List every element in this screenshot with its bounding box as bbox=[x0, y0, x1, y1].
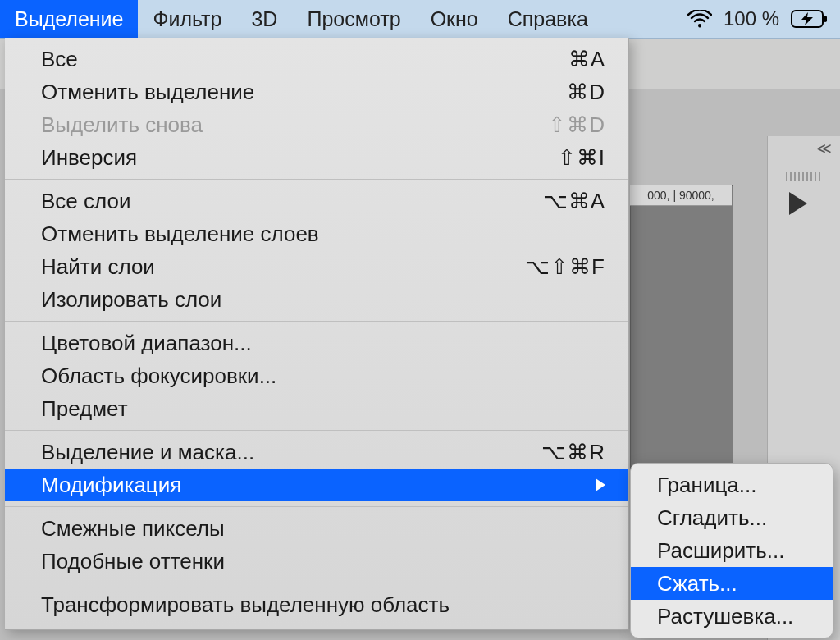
menu-view[interactable]: Просмотр bbox=[292, 0, 415, 38]
menu-item-shortcut: ⌘A bbox=[568, 47, 605, 72]
menu-item-shortcut: ⇧⌘I bbox=[558, 145, 605, 171]
menu-item-label: Инверсия bbox=[41, 145, 558, 171]
collapse-panels-icon[interactable]: ≪ bbox=[816, 139, 832, 158]
submenu-item-label: Граница... bbox=[657, 473, 756, 498]
submenu-item-label: Сгладить... bbox=[657, 505, 767, 531]
menu-item-label: Все bbox=[41, 47, 568, 72]
menu-item-label: Отменить выделение bbox=[41, 80, 567, 105]
menu-item: Выделить снова⇧⌘D bbox=[5, 108, 628, 141]
menu-item[interactable]: Модификация bbox=[5, 469, 628, 501]
menu-separator bbox=[5, 321, 628, 322]
menu-label: Справка bbox=[508, 7, 588, 31]
menu-3d[interactable]: 3D bbox=[236, 0, 292, 38]
menu-item[interactable]: Инверсия⇧⌘I bbox=[5, 141, 628, 174]
menu-item[interactable]: Найти слои⌥⇧⌘F bbox=[5, 250, 628, 283]
menu-item[interactable]: Отменить выделение слоев bbox=[5, 217, 628, 250]
menu-item-shortcut: ⌥⇧⌘F bbox=[525, 254, 605, 280]
submenu-item-label: Сжать... bbox=[657, 571, 737, 597]
menu-window[interactable]: Окно bbox=[416, 0, 493, 38]
submenu-arrow-icon bbox=[596, 478, 605, 491]
menu-item-label: Область фокусировки... bbox=[41, 363, 605, 389]
ruler-text: 000, | 90000, bbox=[647, 189, 714, 202]
submenu-item[interactable]: Расширить... bbox=[631, 534, 833, 567]
menu-item-label: Цветовой диапазон... bbox=[41, 331, 605, 356]
menubar: Выделение Фильтр 3D Просмотр Окно Справк… bbox=[0, 0, 840, 39]
menu-separator bbox=[5, 583, 628, 583]
status-area: 100 % bbox=[687, 0, 840, 38]
menu-item[interactable]: Отменить выделение⌘D bbox=[5, 75, 628, 108]
submenu-item[interactable]: Сжать... bbox=[631, 567, 833, 600]
menu-item[interactable]: Выделение и маска...⌥⌘R bbox=[5, 436, 628, 469]
menu-item[interactable]: Предмет bbox=[5, 392, 628, 425]
menu-item-label: Выделение и маска... bbox=[41, 440, 541, 465]
canvas-area[interactable] bbox=[630, 185, 733, 509]
menu-item-label: Все слои bbox=[41, 189, 543, 214]
svg-marker-3 bbox=[801, 12, 813, 25]
menu-item-shortcut: ⌥⌘A bbox=[543, 189, 605, 214]
submenu-item[interactable]: Граница... bbox=[631, 469, 833, 501]
panel-grip-icon[interactable] bbox=[786, 172, 822, 181]
submenu-item[interactable]: Сгладить... bbox=[631, 501, 833, 534]
menu-item[interactable]: Область фокусировки... bbox=[5, 359, 628, 392]
svg-rect-2 bbox=[824, 16, 827, 22]
battery-percent-text: 100 % bbox=[724, 7, 779, 30]
menu-item-label: Трансформировать выделенную область bbox=[41, 592, 605, 618]
menu-label: Окно bbox=[431, 7, 478, 31]
menu-separator bbox=[5, 179, 628, 180]
selection-menu-dropdown: Все⌘AОтменить выделение⌘DВыделить снова⇧… bbox=[5, 38, 629, 630]
menu-separator bbox=[5, 506, 628, 507]
menu-item-label: Подобные оттенки bbox=[41, 549, 605, 574]
menu-item-shortcut: ⇧⌘D bbox=[548, 112, 605, 138]
menu-item-label: Выделить снова bbox=[41, 112, 548, 138]
submenu-item-label: Растушевка... bbox=[657, 604, 793, 629]
battery-charging-icon[interactable] bbox=[791, 9, 829, 29]
menu-item-label: Предмет bbox=[41, 396, 605, 422]
wifi-icon[interactable] bbox=[687, 10, 712, 28]
menu-label: Просмотр bbox=[307, 7, 400, 31]
ruler: 000, | 90000, bbox=[630, 185, 732, 206]
menu-label: Фильтр bbox=[153, 7, 221, 31]
menu-item-shortcut: ⌥⌘R bbox=[541, 440, 605, 465]
menu-item[interactable]: Все⌘A bbox=[5, 43, 628, 75]
menu-item-label: Отменить выделение слоев bbox=[41, 222, 605, 247]
menu-help[interactable]: Справка bbox=[493, 0, 603, 38]
play-icon[interactable] bbox=[789, 192, 807, 215]
modification-submenu: Граница...Сгладить...Расширить...Сжать..… bbox=[630, 463, 833, 638]
menu-item[interactable]: Трансформировать выделенную область bbox=[5, 588, 628, 621]
menu-label: 3D bbox=[251, 7, 277, 31]
menu-item[interactable]: Цветовой диапазон... bbox=[5, 327, 628, 359]
menu-item-label: Смежные пикселы bbox=[41, 516, 605, 542]
menu-item-label: Найти слои bbox=[41, 254, 525, 280]
menu-selection[interactable]: Выделение bbox=[0, 0, 138, 38]
menu-item[interactable]: Изолировать слои bbox=[5, 283, 628, 316]
menu-item-shortcut: ⌘D bbox=[567, 80, 605, 105]
menu-separator bbox=[5, 430, 628, 431]
menu-item[interactable]: Все слои⌥⌘A bbox=[5, 185, 628, 217]
menu-label: Выделение bbox=[15, 7, 123, 31]
svg-point-0 bbox=[698, 24, 701, 27]
submenu-item-label: Расширить... bbox=[657, 538, 784, 564]
menu-item[interactable]: Подобные оттенки bbox=[5, 545, 628, 578]
submenu-item[interactable]: Растушевка... bbox=[631, 600, 833, 633]
menu-filter[interactable]: Фильтр bbox=[138, 0, 236, 38]
menu-item-label: Изолировать слои bbox=[41, 287, 605, 313]
menu-item[interactable]: Смежные пикселы bbox=[5, 512, 628, 545]
menu-item-label: Модификация bbox=[41, 473, 586, 498]
